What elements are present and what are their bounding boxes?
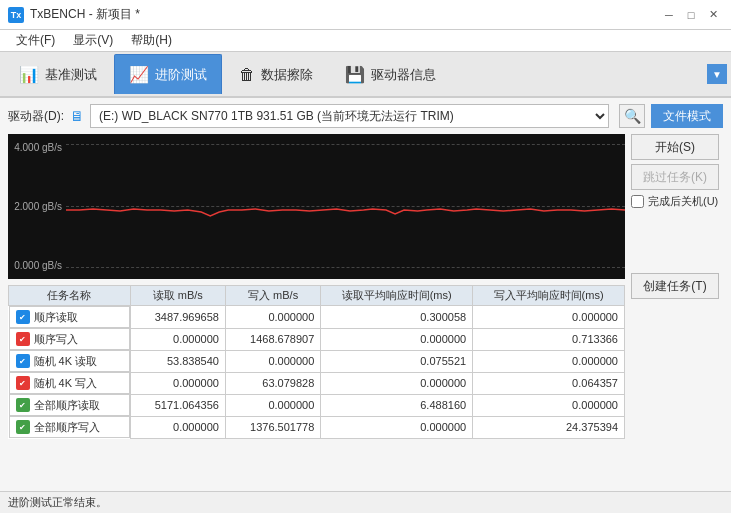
maximize-button[interactable]: □ xyxy=(681,5,701,25)
task-name-cell: ✔顺序读取 xyxy=(9,306,130,328)
task-write-ms-value: 0.713366 xyxy=(473,328,625,350)
drive-indicator: 🖥 xyxy=(70,108,84,124)
task-name-text: 顺序读取 xyxy=(34,310,78,325)
task-read-value: 3487.969658 xyxy=(130,306,225,329)
task-name-cell: ✔随机 4K 读取 xyxy=(9,350,130,372)
task-write-ms-value: 0.000000 xyxy=(473,350,625,372)
task-write-value: 1376.501778 xyxy=(225,416,320,438)
advanced-test-icon: 📈 xyxy=(129,65,149,84)
tab-bar: 📊 基准测试 📈 进阶测试 🗑 数据擦除 💾 驱动器信息 ▼ xyxy=(0,52,731,98)
shutdown-checkbox-row[interactable]: 完成后关机(U) xyxy=(631,194,723,209)
task-type-icon: ✔ xyxy=(16,332,30,346)
task-type-icon: ✔ xyxy=(16,376,30,390)
task-write-ms-value: 0.064357 xyxy=(473,372,625,394)
table-row: ✔顺序写入0.0000001468.6789070.0000000.713366 xyxy=(9,328,625,350)
task-name-cell: ✔随机 4K 写入 xyxy=(9,372,130,394)
task-name-text: 随机 4K 写入 xyxy=(34,376,98,391)
table-header-row: 任务名称 读取 mB/s 写入 mB/s 读取平均响应时间(ms) 写入平均响应… xyxy=(9,286,625,306)
table-row: ✔顺序读取3487.9696580.0000000.3000580.000000 xyxy=(9,306,625,329)
menu-help[interactable]: 帮助(H) xyxy=(123,30,180,51)
tab-more-arrow[interactable]: ▼ xyxy=(707,64,727,84)
create-task-button[interactable]: 创建任务(T) xyxy=(631,273,719,299)
menu-view[interactable]: 显示(V) xyxy=(65,30,121,51)
table-row: ✔随机 4K 读取53.8385400.0000000.0755210.0000… xyxy=(9,350,625,372)
col-header-task: 任务名称 xyxy=(9,286,131,306)
chart-y-label-top: 4.000 gB/s xyxy=(8,142,62,153)
table-row: ✔全部顺序写入0.0000001376.5017780.00000024.375… xyxy=(9,416,625,438)
table-row: ✔全部顺序读取5171.0643560.0000006.4881600.0000… xyxy=(9,394,625,416)
main-content: 驱动器(D): 🖥 (E:) WD_BLACK SN770 1TB 931.51… xyxy=(0,98,731,491)
task-name-cell: ✔全部顺序写入 xyxy=(9,416,130,438)
table-body: ✔顺序读取3487.9696580.0000000.3000580.000000… xyxy=(9,306,625,439)
drive-info-icon: 💾 xyxy=(345,65,365,84)
minimize-button[interactable]: ─ xyxy=(659,5,679,25)
data-erase-icon: 🗑 xyxy=(239,66,255,84)
task-write-value: 1468.678907 xyxy=(225,328,320,350)
task-read-value: 0.000000 xyxy=(130,328,225,350)
status-text: 进阶测试正常结束。 xyxy=(8,495,107,510)
status-bar: 进阶测试正常结束。 xyxy=(0,491,731,513)
basic-test-icon: 📊 xyxy=(19,65,39,84)
close-button[interactable]: ✕ xyxy=(703,5,723,25)
menu-bar: 文件(F) 显示(V) 帮助(H) xyxy=(0,30,731,52)
task-read-ms-value: 0.000000 xyxy=(321,372,473,394)
drive-info-icon: 🔍 xyxy=(624,108,641,124)
col-header-write: 写入 mB/s xyxy=(225,286,320,306)
content-main: 4.000 gB/s 2.000 gB/s 0.000 gB/s xyxy=(8,134,625,439)
drive-select-wrapper: (E:) WD_BLACK SN770 1TB 931.51 GB (当前环境无… xyxy=(90,104,609,128)
content-sidebar: 开始(S) 跳过任务(K) 完成后关机(U) 创建任务(T) xyxy=(631,134,723,439)
task-read-ms-value: 0.300058 xyxy=(321,306,473,329)
task-write-value: 0.000000 xyxy=(225,306,320,329)
table-row: ✔随机 4K 写入0.00000063.0798280.0000000.0643… xyxy=(9,372,625,394)
drive-select[interactable]: (E:) WD_BLACK SN770 1TB 931.51 GB (当前环境无… xyxy=(90,104,609,128)
task-write-ms-value: 0.000000 xyxy=(473,306,625,329)
task-read-ms-value: 6.488160 xyxy=(321,394,473,416)
tab-advanced-test[interactable]: 📈 进阶测试 xyxy=(114,54,222,94)
task-name-text: 全部顺序读取 xyxy=(34,398,100,413)
skip-task-button[interactable]: 跳过任务(K) xyxy=(631,164,719,190)
chart-y-label-bottom: 0.000 gB/s xyxy=(8,260,62,271)
content-with-sidebar: 4.000 gB/s 2.000 gB/s 0.000 gB/s xyxy=(8,134,723,439)
drive-row: 驱动器(D): 🖥 (E:) WD_BLACK SN770 1TB 931.51… xyxy=(8,104,723,128)
col-header-write-ms: 写入平均响应时间(ms) xyxy=(473,286,625,306)
task-write-value: 0.000000 xyxy=(225,350,320,372)
app-icon: Tx xyxy=(8,7,24,23)
drive-info-button[interactable]: 🔍 xyxy=(619,104,645,128)
task-read-ms-value: 0.075521 xyxy=(321,350,473,372)
task-read-value: 0.000000 xyxy=(130,372,225,394)
tab-drive-info[interactable]: 💾 驱动器信息 xyxy=(330,54,451,94)
window-title: TxBENCH - 新项目 * xyxy=(30,6,140,23)
tab-data-erase-label: 数据擦除 xyxy=(261,66,313,84)
chart-svg xyxy=(66,134,625,279)
tab-advanced-test-label: 进阶测试 xyxy=(155,66,207,84)
task-write-ms-value: 0.000000 xyxy=(473,394,625,416)
task-write-value: 63.079828 xyxy=(225,372,320,394)
tab-basic-test[interactable]: 📊 基准测试 xyxy=(4,54,112,94)
result-table: 任务名称 读取 mB/s 写入 mB/s 读取平均响应时间(ms) 写入平均响应… xyxy=(8,285,625,439)
col-header-read-ms: 读取平均响应时间(ms) xyxy=(321,286,473,306)
start-button[interactable]: 开始(S) xyxy=(631,134,719,160)
drive-label: 驱动器(D): xyxy=(8,108,64,125)
task-type-icon: ✔ xyxy=(16,310,30,324)
chart-area: 4.000 gB/s 2.000 gB/s 0.000 gB/s xyxy=(8,134,625,279)
chart-y-labels: 4.000 gB/s 2.000 gB/s 0.000 gB/s xyxy=(8,134,66,279)
task-write-ms-value: 24.375394 xyxy=(473,416,625,438)
shutdown-checkbox[interactable] xyxy=(631,195,644,208)
task-type-icon: ✔ xyxy=(16,398,30,412)
task-name-text: 顺序写入 xyxy=(34,332,78,347)
tab-drive-info-label: 驱动器信息 xyxy=(371,66,436,84)
task-name-text: 全部顺序写入 xyxy=(34,420,100,435)
tab-data-erase[interactable]: 🗑 数据擦除 xyxy=(224,54,328,94)
chart-line xyxy=(66,209,625,216)
col-header-read: 读取 mB/s xyxy=(130,286,225,306)
task-type-icon: ✔ xyxy=(16,420,30,434)
task-type-icon: ✔ xyxy=(16,354,30,368)
task-read-ms-value: 0.000000 xyxy=(321,416,473,438)
chart-plot xyxy=(66,134,625,279)
title-bar: Tx TxBENCH - 新项目 * ─ □ ✕ xyxy=(0,0,731,30)
menu-file[interactable]: 文件(F) xyxy=(8,30,63,51)
task-read-ms-value: 0.000000 xyxy=(321,328,473,350)
task-write-value: 0.000000 xyxy=(225,394,320,416)
chart-y-label-mid: 2.000 gB/s xyxy=(8,201,62,212)
file-mode-button[interactable]: 文件模式 xyxy=(651,104,723,128)
